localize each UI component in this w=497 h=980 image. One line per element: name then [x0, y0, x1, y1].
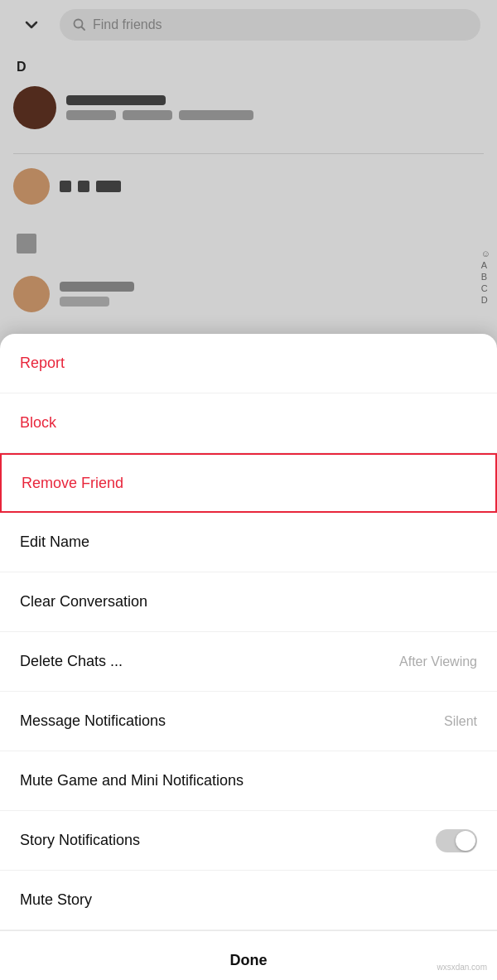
report-label: Report	[20, 355, 65, 372]
toggle-knob	[456, 831, 475, 851]
done-button[interactable]: Done	[0, 930, 497, 980]
action-sheet: Report Block Remove Friend Edit Name Cle…	[0, 334, 497, 980]
clear-conversation-item[interactable]: Clear Conversation	[0, 572, 497, 632]
story-notifications-label: Story Notifications	[20, 832, 140, 849]
remove-friend-label: Remove Friend	[22, 475, 123, 492]
mute-story-item[interactable]: Mute Story	[0, 871, 497, 930]
delete-chats-label: Delete Chats ...	[20, 653, 123, 670]
block-item[interactable]: Block	[0, 393, 497, 453]
message-notifications-label: Message Notifications	[20, 712, 166, 730]
overlay-dim	[0, 0, 497, 356]
watermark: wxsxdan.com	[437, 963, 487, 972]
mute-game-label: Mute Game and Mini Notifications	[20, 772, 244, 789]
message-notifications-value: Silent	[444, 714, 477, 729]
message-notifications-item[interactable]: Message Notifications Silent	[0, 692, 497, 751]
delete-chats-item[interactable]: Delete Chats ... After Viewing	[0, 632, 497, 692]
block-label: Block	[20, 414, 56, 432]
done-label: Done	[230, 952, 268, 969]
mute-story-label: Mute Story	[20, 891, 92, 909]
story-notifications-item[interactable]: Story Notifications	[0, 811, 497, 871]
clear-conversation-label: Clear Conversation	[20, 593, 147, 611]
mute-game-item[interactable]: Mute Game and Mini Notifications	[0, 751, 497, 811]
edit-name-item[interactable]: Edit Name	[0, 513, 497, 572]
edit-name-label: Edit Name	[20, 533, 89, 551]
report-item[interactable]: Report	[0, 334, 497, 393]
remove-friend-item[interactable]: Remove Friend	[0, 453, 497, 513]
delete-chats-value: After Viewing	[399, 654, 477, 669]
story-notifications-toggle[interactable]	[436, 829, 477, 852]
